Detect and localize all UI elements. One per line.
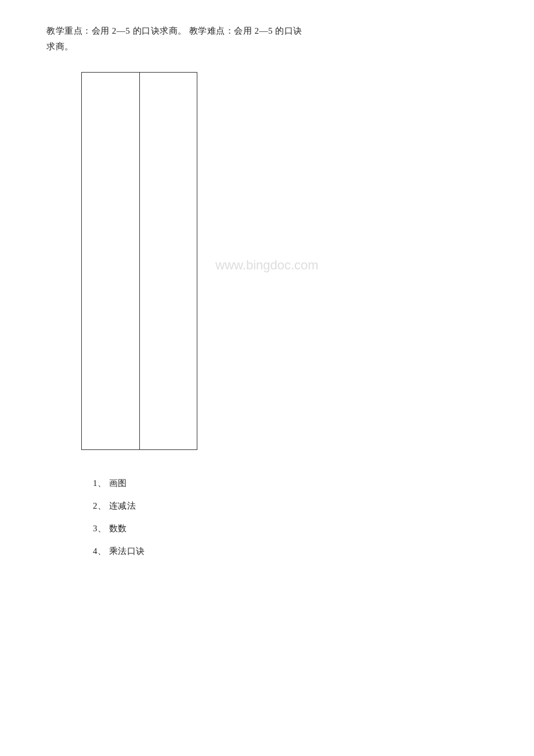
table-wrapper: www.bingdoc.com xyxy=(46,66,488,464)
list-item-2-label: 连减法 xyxy=(109,501,136,510)
list-item-4: 4、 乘法口诀 xyxy=(93,543,488,559)
intro-line2: 求商。 xyxy=(46,42,74,51)
list-item-4-number: 4、 xyxy=(93,546,107,556)
list-item-4-label: 乘法口诀 xyxy=(109,546,145,556)
list-item-3-label: 数数 xyxy=(109,524,127,533)
list-item-3-number: 3、 xyxy=(93,524,107,533)
list-section: 1、 画图 2、 连减法 3、 数数 4、 乘法口诀 xyxy=(93,476,488,559)
intro-paragraph: 教学重点：会用 2—5 的口诀求商。 教学难点：会用 2—5 的口诀 求商。 xyxy=(46,23,488,55)
page-content: 教学重点：会用 2—5 的口诀求商。 教学难点：会用 2—5 的口诀 求商。 w… xyxy=(46,23,488,559)
list-item-2: 2、 连减法 xyxy=(93,498,488,514)
list-item-2-number: 2、 xyxy=(93,501,107,510)
watermark-text: www.bingdoc.com xyxy=(215,258,318,273)
list-item-1: 1、 画图 xyxy=(93,476,488,491)
table-container xyxy=(81,72,197,450)
two-column-table xyxy=(81,72,197,450)
list-item-1-number: 1、 xyxy=(93,478,107,488)
table-cell-left xyxy=(82,73,140,450)
list-item-1-label: 画图 xyxy=(109,478,127,488)
table-cell-right xyxy=(139,73,197,450)
list-item-3: 3、 数数 xyxy=(93,521,488,537)
intro-line1: 教学重点：会用 2—5 的口诀求商。 教学难点：会用 2—5 的口诀 xyxy=(46,26,302,35)
